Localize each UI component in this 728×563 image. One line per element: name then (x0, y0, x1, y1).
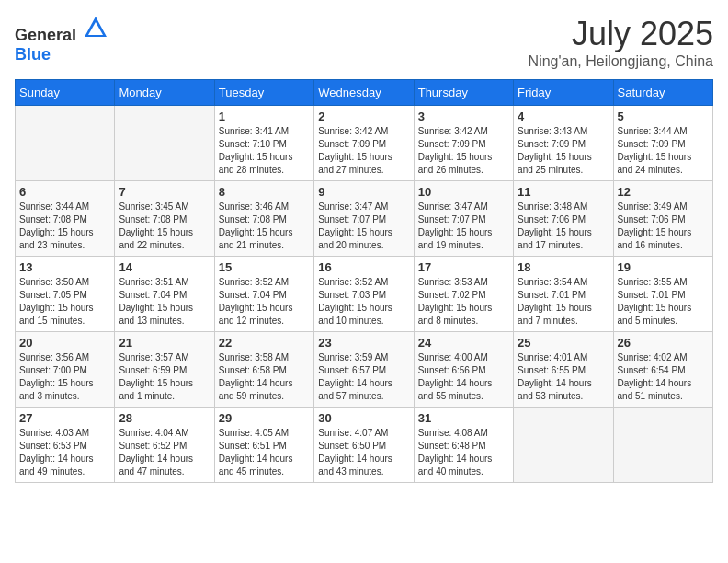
calendar-cell: 9Sunrise: 3:47 AM Sunset: 7:07 PM Daylig… (314, 181, 414, 257)
calendar-cell: 6Sunrise: 3:44 AM Sunset: 7:08 PM Daylig… (16, 181, 115, 257)
day-info: Sunrise: 3:43 AM Sunset: 7:09 PM Dayligh… (518, 125, 609, 177)
weekday-header-row: SundayMondayTuesdayWednesdayThursdayFrid… (16, 80, 713, 106)
day-number: 3 (418, 109, 509, 123)
calendar-cell: 24Sunrise: 4:00 AM Sunset: 6:56 PM Dayli… (414, 332, 513, 408)
day-info: Sunrise: 3:41 AM Sunset: 7:10 PM Dayligh… (219, 125, 310, 177)
day-number: 7 (119, 185, 210, 199)
calendar-cell: 11Sunrise: 3:48 AM Sunset: 7:06 PM Dayli… (514, 181, 613, 257)
page-header: General Blue July 2025 Ning'an, Heilongj… (15, 15, 713, 70)
day-info: Sunrise: 3:54 AM Sunset: 7:01 PM Dayligh… (518, 276, 609, 327)
day-number: 13 (19, 260, 110, 274)
calendar-cell: 20Sunrise: 3:56 AM Sunset: 7:00 PM Dayli… (16, 332, 115, 408)
day-number: 23 (318, 336, 409, 350)
day-info: Sunrise: 3:47 AM Sunset: 7:07 PM Dayligh… (318, 201, 409, 252)
calendar-cell: 21Sunrise: 3:57 AM Sunset: 6:59 PM Dayli… (115, 332, 214, 408)
day-info: Sunrise: 3:47 AM Sunset: 7:07 PM Dayligh… (418, 201, 509, 252)
day-number: 17 (418, 260, 509, 274)
calendar-cell (514, 408, 613, 483)
day-info: Sunrise: 3:52 AM Sunset: 7:03 PM Dayligh… (318, 276, 409, 327)
calendar-cell: 12Sunrise: 3:49 AM Sunset: 7:06 PM Dayli… (613, 181, 712, 257)
day-info: Sunrise: 3:58 AM Sunset: 6:58 PM Dayligh… (219, 351, 310, 403)
calendar-cell: 4Sunrise: 3:43 AM Sunset: 7:09 PM Daylig… (514, 106, 613, 181)
day-number: 28 (119, 411, 210, 425)
calendar-cell: 13Sunrise: 3:50 AM Sunset: 7:05 PM Dayli… (16, 257, 115, 332)
day-number: 31 (418, 411, 509, 425)
calendar-cell: 7Sunrise: 3:45 AM Sunset: 7:08 PM Daylig… (115, 181, 214, 257)
day-number: 11 (518, 185, 609, 199)
calendar-cell: 19Sunrise: 3:55 AM Sunset: 7:01 PM Dayli… (613, 257, 712, 332)
calendar-cell: 18Sunrise: 3:54 AM Sunset: 7:01 PM Dayli… (514, 257, 613, 332)
day-number: 19 (618, 260, 709, 274)
calendar-cell: 28Sunrise: 4:04 AM Sunset: 6:52 PM Dayli… (115, 408, 214, 483)
week-row-2: 6Sunrise: 3:44 AM Sunset: 7:08 PM Daylig… (16, 181, 713, 257)
day-info: Sunrise: 4:05 AM Sunset: 6:51 PM Dayligh… (219, 427, 310, 478)
day-info: Sunrise: 4:01 AM Sunset: 6:55 PM Dayligh… (518, 351, 609, 403)
day-number: 30 (318, 411, 409, 425)
calendar-cell: 26Sunrise: 4:02 AM Sunset: 6:54 PM Dayli… (613, 332, 712, 408)
day-info: Sunrise: 4:08 AM Sunset: 6:48 PM Dayligh… (418, 427, 509, 478)
day-info: Sunrise: 3:51 AM Sunset: 7:04 PM Dayligh… (119, 276, 210, 327)
logo: General Blue (15, 15, 108, 64)
day-number: 12 (618, 185, 709, 199)
day-info: Sunrise: 4:00 AM Sunset: 6:56 PM Dayligh… (418, 351, 509, 403)
calendar-cell: 10Sunrise: 3:47 AM Sunset: 7:07 PM Dayli… (414, 181, 513, 257)
day-number: 2 (318, 109, 409, 123)
weekday-header-wednesday: Wednesday (314, 80, 414, 106)
day-number: 8 (219, 185, 310, 199)
day-number: 29 (219, 411, 310, 425)
calendar-cell: 3Sunrise: 3:42 AM Sunset: 7:09 PM Daylig… (414, 106, 513, 181)
calendar-cell: 15Sunrise: 3:52 AM Sunset: 7:04 PM Dayli… (214, 257, 313, 332)
day-info: Sunrise: 3:42 AM Sunset: 7:09 PM Dayligh… (318, 125, 409, 177)
location-subtitle: Ning'an, Heilongjiang, China (529, 53, 713, 70)
day-number: 1 (219, 109, 310, 123)
day-number: 5 (618, 109, 709, 123)
week-row-5: 27Sunrise: 4:03 AM Sunset: 6:53 PM Dayli… (16, 408, 713, 483)
calendar-cell: 5Sunrise: 3:44 AM Sunset: 7:09 PM Daylig… (613, 106, 712, 181)
title-block: July 2025 Ning'an, Heilongjiang, China (529, 15, 713, 70)
calendar-cell: 29Sunrise: 4:05 AM Sunset: 6:51 PM Dayli… (214, 408, 313, 483)
calendar-table: SundayMondayTuesdayWednesdayThursdayFrid… (15, 79, 713, 483)
calendar-cell: 23Sunrise: 3:59 AM Sunset: 6:57 PM Dayli… (314, 332, 414, 408)
calendar-cell: 31Sunrise: 4:08 AM Sunset: 6:48 PM Dayli… (414, 408, 513, 483)
calendar-cell: 27Sunrise: 4:03 AM Sunset: 6:53 PM Dayli… (16, 408, 115, 483)
logo-blue: Blue (15, 45, 51, 63)
day-info: Sunrise: 3:52 AM Sunset: 7:04 PM Dayligh… (219, 276, 310, 327)
day-number: 25 (518, 336, 609, 350)
day-number: 10 (418, 185, 509, 199)
calendar-cell: 22Sunrise: 3:58 AM Sunset: 6:58 PM Dayli… (214, 332, 313, 408)
day-number: 27 (19, 411, 110, 425)
day-info: Sunrise: 4:03 AM Sunset: 6:53 PM Dayligh… (19, 427, 110, 478)
calendar-cell: 25Sunrise: 4:01 AM Sunset: 6:55 PM Dayli… (514, 332, 613, 408)
day-info: Sunrise: 3:45 AM Sunset: 7:08 PM Dayligh… (119, 201, 210, 252)
logo-icon (83, 15, 108, 40)
day-number: 4 (518, 109, 609, 123)
day-number: 6 (19, 185, 110, 199)
calendar-cell: 8Sunrise: 3:46 AM Sunset: 7:08 PM Daylig… (214, 181, 313, 257)
day-info: Sunrise: 3:44 AM Sunset: 7:09 PM Dayligh… (618, 125, 709, 177)
day-info: Sunrise: 3:59 AM Sunset: 6:57 PM Dayligh… (318, 351, 409, 403)
day-number: 26 (618, 336, 709, 350)
weekday-header-tuesday: Tuesday (214, 80, 313, 106)
logo-text: General Blue (15, 15, 108, 64)
weekday-header-saturday: Saturday (613, 80, 712, 106)
day-info: Sunrise: 3:57 AM Sunset: 6:59 PM Dayligh… (119, 351, 210, 403)
calendar-cell: 30Sunrise: 4:07 AM Sunset: 6:50 PM Dayli… (314, 408, 414, 483)
day-number: 20 (19, 336, 110, 350)
day-number: 24 (418, 336, 509, 350)
week-row-3: 13Sunrise: 3:50 AM Sunset: 7:05 PM Dayli… (16, 257, 713, 332)
calendar-cell (115, 106, 214, 181)
day-info: Sunrise: 3:42 AM Sunset: 7:09 PM Dayligh… (418, 125, 509, 177)
day-info: Sunrise: 3:56 AM Sunset: 7:00 PM Dayligh… (19, 351, 110, 403)
weekday-header-sunday: Sunday (16, 80, 115, 106)
day-number: 22 (219, 336, 310, 350)
day-info: Sunrise: 3:44 AM Sunset: 7:08 PM Dayligh… (19, 201, 110, 252)
week-row-1: 1Sunrise: 3:41 AM Sunset: 7:10 PM Daylig… (16, 106, 713, 181)
day-number: 16 (318, 260, 409, 274)
calendar-cell: 1Sunrise: 3:41 AM Sunset: 7:10 PM Daylig… (214, 106, 313, 181)
weekday-header-friday: Friday (514, 80, 613, 106)
calendar-cell: 16Sunrise: 3:52 AM Sunset: 7:03 PM Dayli… (314, 257, 414, 332)
day-info: Sunrise: 3:48 AM Sunset: 7:06 PM Dayligh… (518, 201, 609, 252)
day-number: 21 (119, 336, 210, 350)
day-number: 15 (219, 260, 310, 274)
calendar-cell: 17Sunrise: 3:53 AM Sunset: 7:02 PM Dayli… (414, 257, 513, 332)
